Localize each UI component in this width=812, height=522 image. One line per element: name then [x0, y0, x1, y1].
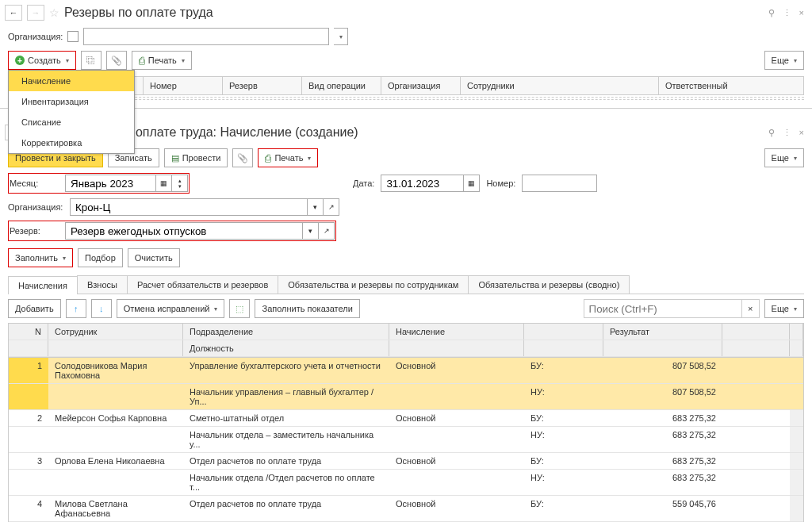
- fill-button[interactable]: Заполнить ▾: [8, 248, 73, 267]
- cell-accrual: Основной: [389, 453, 524, 469]
- tab-by-employees[interactable]: Обязательства и резервы по сотрудникам: [278, 275, 469, 294]
- number-input[interactable]: [522, 175, 597, 192]
- scrollbar[interactable]: [790, 340, 803, 356]
- cell-bu-value: 683 275,32: [603, 410, 722, 426]
- cell-position: Начальник отдела /Отдел расчетов по опла…: [183, 470, 389, 495]
- more-button[interactable]: Еще ▾: [764, 51, 804, 70]
- search-input[interactable]: [584, 299, 742, 318]
- table-row[interactable]: Начальник отдела /Отдел расчетов по опла…: [9, 470, 803, 496]
- tab-summary[interactable]: Обязательства и резервы (сводно): [468, 275, 630, 294]
- org-input[interactable]: [83, 28, 329, 45]
- clear-button[interactable]: Очистить: [128, 248, 180, 267]
- menu-dots-icon[interactable]: ⋮: [783, 8, 791, 18]
- nav-back[interactable]: ←: [5, 5, 22, 21]
- favorite-icon[interactable]: ☆: [49, 6, 59, 19]
- special-button[interactable]: [229, 299, 250, 318]
- table-row[interactable]: 3 Орлова Елена Николаевна Отдел расчетов…: [9, 453, 803, 470]
- col-accrual[interactable]: Начисление: [389, 324, 524, 340]
- chevron-down-icon: ▾: [182, 57, 185, 64]
- attach-icon: [237, 153, 248, 163]
- col-operation[interactable]: Вид операции: [302, 77, 381, 94]
- add-button[interactable]: Добавить: [8, 299, 61, 318]
- create-dropdown: Начисление Инвентаризация Списание Корре…: [8, 70, 135, 154]
- attach-button[interactable]: [106, 51, 127, 70]
- col-number[interactable]: Номер: [144, 77, 223, 94]
- move-up-button[interactable]: ↑: [66, 299, 86, 318]
- attach-button[interactable]: [232, 148, 253, 167]
- table-row[interactable]: Начальник отдела – заместитель начальник…: [9, 427, 803, 453]
- select-button[interactable]: Подбор: [78, 248, 123, 267]
- cell-n: 4: [9, 496, 48, 521]
- more-button[interactable]: Еще ▾: [764, 299, 804, 318]
- menu-item-writeoff[interactable]: Списание: [9, 112, 134, 132]
- tab-accruals[interactable]: Начисления: [8, 276, 78, 294]
- reserve-input[interactable]: [65, 222, 303, 240]
- print-button[interactable]: Печать ▾: [132, 51, 192, 70]
- col-reserve[interactable]: Резерв: [223, 77, 302, 94]
- close-icon[interactable]: ×: [799, 8, 804, 18]
- post-button[interactable]: Провести: [164, 148, 228, 167]
- menu-item-accrual[interactable]: Начисление: [9, 71, 134, 91]
- cell-position: Начальник управления – главный бухгалтер…: [183, 384, 389, 409]
- chevron-down-icon: ▾: [794, 155, 797, 162]
- scrollbar[interactable]: [790, 324, 803, 340]
- plus-icon: +: [15, 56, 25, 65]
- month-spinner[interactable]: ▴▾: [172, 175, 188, 192]
- cell-employee: Орлова Елена Николаевна: [48, 453, 183, 469]
- org-label: Организация:: [8, 200, 63, 214]
- undo-button[interactable]: Отмена исправлений ▾: [117, 299, 225, 318]
- col-result[interactable]: Результат: [603, 324, 722, 340]
- col-employees[interactable]: Сотрудники: [461, 77, 659, 94]
- table-row[interactable]: 2 Мейерсон Софья Карповна Сметно-штатный…: [9, 410, 803, 427]
- date-input[interactable]: [381, 175, 464, 192]
- table-row[interactable]: Начальник управления – главный бухгалтер…: [9, 384, 803, 410]
- move-down-button[interactable]: ↓: [91, 299, 112, 318]
- cell-nu-label: НУ:: [524, 384, 603, 409]
- month-label: Месяц:: [10, 176, 65, 190]
- menu-item-inventory[interactable]: Инвентаризация: [9, 91, 134, 112]
- reserve-dropdown[interactable]: ▾: [303, 222, 319, 240]
- reserve-open[interactable]: ↗: [319, 222, 335, 240]
- menu-item-correction[interactable]: Корректировка: [9, 132, 134, 153]
- close-icon[interactable]: ×: [799, 128, 804, 138]
- link-icon[interactable]: ⚲: [768, 128, 775, 138]
- chevron-down-icon: ▾: [794, 305, 797, 313]
- calendar-icon[interactable]: ▦: [464, 175, 480, 192]
- cell-nu-value: 683 275,32: [603, 470, 722, 495]
- org-label: Организация:: [8, 32, 63, 41]
- table-row[interactable]: 4 Милова Светлана Афанасьевна Отдел расч…: [9, 496, 803, 522]
- link-icon[interactable]: ⚲: [768, 8, 775, 18]
- menu-dots-icon[interactable]: ⋮: [783, 128, 791, 138]
- col-position[interactable]: Должность: [183, 340, 389, 356]
- col-responsible[interactable]: Ответственный: [659, 77, 803, 94]
- col-n[interactable]: N: [9, 324, 48, 340]
- cell-employee: Солодовникова Мария Пахомовна: [48, 358, 183, 383]
- org-dropdown[interactable]: ▾: [334, 28, 348, 45]
- cell-nu-label: НУ:: [524, 470, 603, 495]
- chevron-down-icon: ▾: [794, 57, 797, 64]
- chevron-down-icon: ▾: [63, 255, 66, 262]
- col-employee[interactable]: Сотрудник: [48, 324, 183, 340]
- org-open[interactable]: ↗: [324, 198, 339, 216]
- copy-button[interactable]: [81, 51, 102, 70]
- print-button[interactable]: Печать ▾: [258, 148, 318, 167]
- tab-calc[interactable]: Расчет обязательств и резервов: [127, 275, 278, 294]
- more-button[interactable]: Еще ▾: [764, 148, 804, 167]
- org-dropdown[interactable]: ▾: [308, 198, 324, 216]
- org-input[interactable]: [70, 198, 308, 216]
- month-input[interactable]: [65, 175, 156, 192]
- number-label: Номер:: [486, 178, 515, 188]
- cell-n: 2: [9, 410, 48, 426]
- cell-bu-label: БУ:: [524, 453, 603, 469]
- search-clear[interactable]: ×: [742, 299, 760, 318]
- create-button[interactable]: + Создать ▾: [8, 51, 76, 70]
- fill-indicators-button[interactable]: Заполнить показатели: [255, 299, 359, 318]
- col-department[interactable]: Подразделение: [183, 324, 389, 340]
- print-icon: [139, 55, 145, 67]
- tab-contributions[interactable]: Взносы: [77, 275, 128, 294]
- calendar-icon[interactable]: ▦: [156, 175, 172, 192]
- table-row[interactable]: 1 Солодовникова Мария Пахомовна Управлен…: [9, 358, 803, 384]
- org-checkbox[interactable]: [67, 31, 79, 42]
- nav-forward[interactable]: →: [27, 5, 44, 21]
- col-org[interactable]: Организация: [381, 77, 461, 94]
